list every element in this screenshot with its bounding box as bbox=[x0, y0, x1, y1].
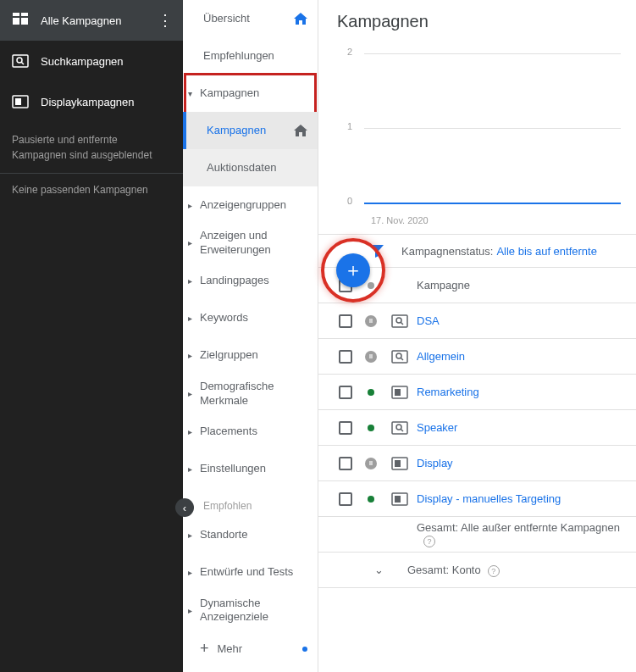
expand-right-icon: ▸ bbox=[188, 464, 192, 475]
more-vert-icon[interactable]: ⋮ bbox=[158, 11, 173, 30]
campaign-name-link[interactable]: Speaker bbox=[417, 421, 622, 434]
campaign-type-icon bbox=[383, 386, 417, 399]
page-title: Kampagnen bbox=[337, 12, 621, 31]
nav-keywords[interactable]: ▸Keywords bbox=[183, 300, 318, 337]
sidebar-all-label: Alle Kampagnen bbox=[41, 14, 158, 27]
row-checkbox[interactable] bbox=[339, 492, 352, 506]
svg-line-11 bbox=[401, 322, 403, 325]
nav-ads-ext[interactable]: ▸Anzeigen und Erweiterungen bbox=[183, 224, 318, 263]
sidebar-display-campaigns[interactable]: Displaykampagnen bbox=[0, 81, 183, 122]
expand-right-icon: ▸ bbox=[188, 426, 192, 437]
table-row: Display - manuelles Targeting bbox=[318, 481, 636, 517]
svg-rect-16 bbox=[395, 389, 401, 396]
nav-auction[interactable]: Auktionsdaten bbox=[183, 149, 318, 186]
nav-campaigns-group[interactable]: ▾ Kampagnen bbox=[183, 75, 318, 112]
table-row: IIDSA bbox=[318, 303, 636, 339]
nav-recommendations[interactable]: Empfehlungen bbox=[183, 37, 318, 75]
nav-dyn-targets[interactable]: ▸Dynamische Anzeigenziele bbox=[183, 591, 318, 630]
sidebar-all-campaigns[interactable]: Alle Kampagnen ⋮ bbox=[0, 0, 183, 41]
status-active-icon[interactable] bbox=[368, 496, 374, 503]
campaign-name-link[interactable]: Display bbox=[417, 457, 622, 469]
page-header: Kampagnen bbox=[318, 0, 636, 40]
display-box-icon bbox=[10, 92, 30, 112]
campaign-name-link[interactable]: Remarketing bbox=[417, 386, 622, 398]
table-row: IIDisplay bbox=[318, 446, 636, 481]
sidebar-note: Pausierte und entfernte Kampagnen sind a… bbox=[0, 122, 183, 174]
expand-right-icon: ▸ bbox=[188, 605, 192, 616]
sidebar-item-label: Suchkampagnen bbox=[41, 55, 124, 68]
svg-rect-17 bbox=[392, 422, 407, 434]
campaigns-table: Kampagne IIDSAIIAllgemeinRemarketingSpea… bbox=[318, 267, 636, 588]
chart-ytick: 1 bbox=[347, 121, 352, 131]
status-paused-icon[interactable]: II bbox=[365, 458, 377, 469]
nav-placements[interactable]: ▸Placements bbox=[183, 414, 318, 451]
collapse-sidebar-button[interactable]: ‹ bbox=[175, 498, 194, 517]
chart-xtick: 17. Nov. 2020 bbox=[371, 215, 429, 225]
add-campaign-button[interactable]: ＋ bbox=[336, 253, 370, 287]
row-checkbox[interactable] bbox=[339, 350, 352, 364]
status-active-icon[interactable] bbox=[368, 389, 374, 396]
row-checkbox[interactable] bbox=[339, 457, 352, 470]
nav-adgroups[interactable]: ▸Anzeigengruppen bbox=[183, 186, 318, 224]
svg-line-19 bbox=[401, 429, 403, 431]
expand-right-icon: ▸ bbox=[188, 313, 192, 324]
summary-row-account[interactable]: ⌄ Gesamt: Konto? bbox=[318, 553, 636, 588]
home-icon bbox=[294, 13, 307, 25]
status-paused-icon[interactable]: II bbox=[365, 351, 377, 363]
svg-rect-4 bbox=[13, 55, 28, 67]
nav-audiences[interactable]: ▸Zielgruppen bbox=[183, 337, 318, 375]
expand-right-icon: ▸ bbox=[188, 350, 192, 361]
status-paused-icon[interactable]: II bbox=[365, 315, 377, 327]
nav-recommended-header: Empfohlen bbox=[183, 488, 318, 517]
nav-campaigns[interactable]: Kampagnen bbox=[183, 112, 318, 149]
search-box-icon bbox=[10, 51, 30, 71]
nav-locations[interactable]: ▸Standorte bbox=[183, 517, 318, 554]
svg-line-14 bbox=[401, 358, 403, 360]
svg-rect-8 bbox=[15, 98, 21, 105]
home-icon bbox=[294, 125, 307, 136]
nav-settings[interactable]: ▸Einstellungen bbox=[183, 451, 318, 488]
expand-right-icon: ▸ bbox=[188, 200, 192, 211]
expand-right-icon: ▸ bbox=[188, 237, 192, 248]
status-header-icon[interactable] bbox=[368, 282, 374, 289]
secondary-nav: Übersicht Empfehlungen ▾ Kampagnen Kampa… bbox=[183, 0, 318, 672]
chart-ytick: 0 bbox=[347, 196, 352, 206]
sidebar-search-campaigns[interactable]: Suchkampagnen bbox=[0, 41, 183, 81]
help-icon[interactable]: ? bbox=[423, 536, 435, 547]
nav-demographics[interactable]: ▸Demografische Merkmale bbox=[183, 375, 318, 414]
plus-icon: + bbox=[200, 640, 209, 658]
filter-value[interactable]: Alle bis auf entfernte bbox=[496, 245, 597, 258]
campaign-name-link[interactable]: Allgemein bbox=[417, 350, 622, 363]
grid-icon bbox=[10, 10, 30, 31]
summary-text: Gesamt: Alle außer entfernte Kampagnen? bbox=[332, 521, 622, 547]
campaign-type-icon bbox=[383, 421, 417, 435]
help-icon[interactable]: ? bbox=[488, 565, 500, 577]
row-checkbox[interactable] bbox=[339, 314, 352, 328]
campaign-name-link[interactable]: Display - manuelles Targeting bbox=[417, 492, 622, 505]
campaign-type-icon bbox=[383, 314, 417, 328]
nav-drafts[interactable]: ▸Entwürfe und Tests bbox=[183, 554, 318, 591]
expand-right-icon: ▸ bbox=[188, 388, 192, 399]
expand-right-icon: ▸ bbox=[188, 275, 192, 286]
nav-more[interactable]: + Mehr bbox=[183, 630, 318, 668]
nav-overview[interactable]: Übersicht bbox=[183, 0, 318, 37]
filter-icon[interactable] bbox=[369, 243, 384, 258]
campaign-name-link[interactable]: DSA bbox=[417, 314, 622, 327]
table-row: Remarketing bbox=[318, 375, 636, 410]
filter-label: Kampagnenstatus: bbox=[401, 245, 493, 258]
col-campaign[interactable]: Kampagne bbox=[417, 279, 622, 292]
sidebar-item-label: Displaykampagnen bbox=[41, 96, 135, 108]
status-active-icon[interactable] bbox=[368, 425, 374, 431]
svg-rect-2 bbox=[13, 18, 19, 25]
table-row: IIAllgemein bbox=[318, 339, 636, 375]
svg-rect-23 bbox=[395, 496, 401, 503]
table-row: Speaker bbox=[318, 410, 636, 446]
campaign-type-icon bbox=[383, 457, 417, 470]
row-checkbox[interactable] bbox=[339, 421, 352, 435]
row-checkbox[interactable] bbox=[339, 386, 352, 399]
nav-landing[interactable]: ▸Landingpages bbox=[183, 263, 318, 300]
campaign-type-icon bbox=[383, 350, 417, 364]
svg-line-6 bbox=[21, 62, 24, 64]
expand-down-icon: ▾ bbox=[188, 88, 192, 99]
svg-rect-12 bbox=[392, 351, 407, 363]
